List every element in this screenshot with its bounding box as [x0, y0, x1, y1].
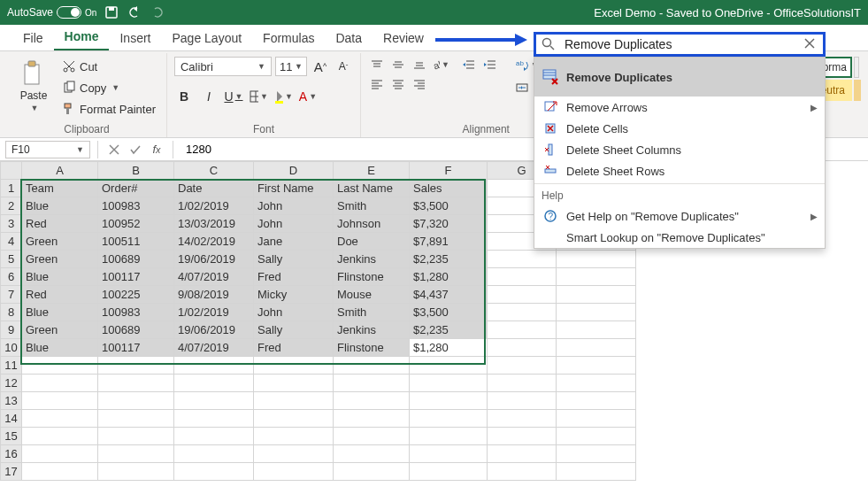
- cell[interactable]: [98, 445, 174, 463]
- cell[interactable]: [174, 375, 254, 392]
- cell[interactable]: [98, 428, 174, 445]
- cell[interactable]: [557, 375, 636, 392]
- cell[interactable]: [410, 357, 488, 375]
- cell[interactable]: [488, 304, 557, 321]
- column-header[interactable]: D: [254, 162, 334, 180]
- cell[interactable]: [22, 375, 98, 392]
- cell[interactable]: [98, 357, 174, 375]
- border-button[interactable]: ▼: [249, 87, 268, 106]
- cell[interactable]: [488, 463, 557, 481]
- cell[interactable]: [254, 357, 334, 375]
- cell[interactable]: Fred: [254, 268, 334, 286]
- cell[interactable]: 19/06/2019: [174, 251, 254, 268]
- row-header[interactable]: 10: [1, 339, 22, 357]
- cell[interactable]: [557, 428, 636, 445]
- row-header[interactable]: 4: [1, 233, 22, 251]
- tab-formulas[interactable]: Formulas: [252, 26, 325, 50]
- cell[interactable]: [410, 410, 488, 428]
- cell[interactable]: [557, 286, 636, 304]
- cell[interactable]: [254, 375, 334, 392]
- cell[interactable]: [557, 251, 636, 268]
- increase-font-button[interactable]: A^: [311, 57, 330, 76]
- cell[interactable]: 1/02/2019: [174, 304, 254, 321]
- cell[interactable]: Sally: [254, 251, 334, 268]
- align-middle-button[interactable]: [389, 57, 407, 73]
- cell[interactable]: [254, 463, 334, 481]
- cell[interactable]: [410, 445, 488, 463]
- cell[interactable]: $2,235: [410, 321, 488, 339]
- cell[interactable]: $2,235: [410, 251, 488, 268]
- cell[interactable]: 100689: [98, 321, 174, 339]
- cell[interactable]: [254, 428, 334, 445]
- cell[interactable]: 100225: [98, 286, 174, 304]
- align-left-button[interactable]: [368, 76, 386, 92]
- underline-button[interactable]: U▼: [224, 87, 243, 106]
- cell[interactable]: [174, 445, 254, 463]
- cell[interactable]: $7,891: [410, 233, 488, 251]
- cell[interactable]: John: [254, 304, 334, 321]
- cell[interactable]: [488, 392, 557, 410]
- search-result-delete-cells[interactable]: Delete Cells: [534, 118, 825, 139]
- column-header[interactable]: C: [174, 162, 254, 180]
- cell[interactable]: Flinstone: [334, 339, 410, 357]
- tab-page-layout[interactable]: Page Layout: [161, 26, 252, 50]
- cell[interactable]: [557, 445, 636, 463]
- column-header[interactable]: E: [334, 162, 410, 180]
- column-header[interactable]: F: [410, 162, 488, 180]
- cell[interactable]: 100117: [98, 339, 174, 357]
- row-header[interactable]: 1: [1, 180, 22, 197]
- cell[interactable]: Red: [22, 286, 98, 304]
- cell[interactable]: 9/08/2019: [174, 286, 254, 304]
- cell[interactable]: [22, 463, 98, 481]
- cell[interactable]: [410, 392, 488, 410]
- italic-button[interactable]: I: [199, 87, 219, 106]
- tab-file[interactable]: File: [12, 26, 54, 50]
- cell[interactable]: Blue: [22, 304, 98, 321]
- orientation-button[interactable]: ab▼: [432, 57, 449, 73]
- cell[interactable]: [488, 445, 557, 463]
- row-header[interactable]: 14: [1, 410, 22, 428]
- cell[interactable]: [22, 392, 98, 410]
- cell[interactable]: [557, 392, 636, 410]
- cell[interactable]: [557, 304, 636, 321]
- bold-button[interactable]: B: [174, 87, 194, 106]
- row-header[interactable]: 17: [1, 463, 22, 481]
- name-box[interactable]: F10 ▼: [5, 141, 90, 158]
- cell[interactable]: [334, 392, 410, 410]
- cell[interactable]: [98, 375, 174, 392]
- cut-button[interactable]: Cut: [58, 57, 159, 76]
- cell[interactable]: 13/03/2019: [174, 215, 254, 233]
- row-header[interactable]: 12: [1, 375, 22, 392]
- row-header[interactable]: 6: [1, 268, 22, 286]
- cell[interactable]: [488, 375, 557, 392]
- align-center-button[interactable]: [389, 76, 407, 92]
- cell[interactable]: [488, 410, 557, 428]
- search-result-delete-columns[interactable]: Delete Sheet Columns: [534, 139, 825, 160]
- cell[interactable]: Mouse: [334, 286, 410, 304]
- cell[interactable]: [22, 357, 98, 375]
- cell[interactable]: John: [254, 197, 334, 215]
- cell[interactable]: [174, 357, 254, 375]
- undo-icon[interactable]: [127, 4, 142, 20]
- font-size-select[interactable]: 11▼: [275, 57, 307, 76]
- cell[interactable]: Last Name: [334, 180, 410, 197]
- cell[interactable]: Johnson: [334, 215, 410, 233]
- row-header[interactable]: 16: [1, 445, 22, 463]
- copy-button[interactable]: Copy▼: [58, 78, 159, 97]
- search-result-remove-duplicates[interactable]: Remove Duplicates: [534, 58, 825, 97]
- cell[interactable]: [174, 428, 254, 445]
- cell[interactable]: [557, 357, 636, 375]
- cell[interactable]: [488, 321, 557, 339]
- clear-search-icon[interactable]: [803, 37, 818, 51]
- search-smart-lookup[interactable]: Smart Lookup on "Remove Duplicates": [534, 227, 825, 248]
- cell[interactable]: [488, 286, 557, 304]
- paste-button[interactable]: Paste ▼: [14, 57, 53, 115]
- cell[interactable]: [557, 268, 636, 286]
- cell[interactable]: 19/06/2019: [174, 321, 254, 339]
- cell[interactable]: [254, 410, 334, 428]
- cell[interactable]: [488, 428, 557, 445]
- column-header[interactable]: B: [98, 162, 174, 180]
- cell[interactable]: Smith: [334, 304, 410, 321]
- cell[interactable]: 4/07/2019: [174, 268, 254, 286]
- cell[interactable]: 100689: [98, 251, 174, 268]
